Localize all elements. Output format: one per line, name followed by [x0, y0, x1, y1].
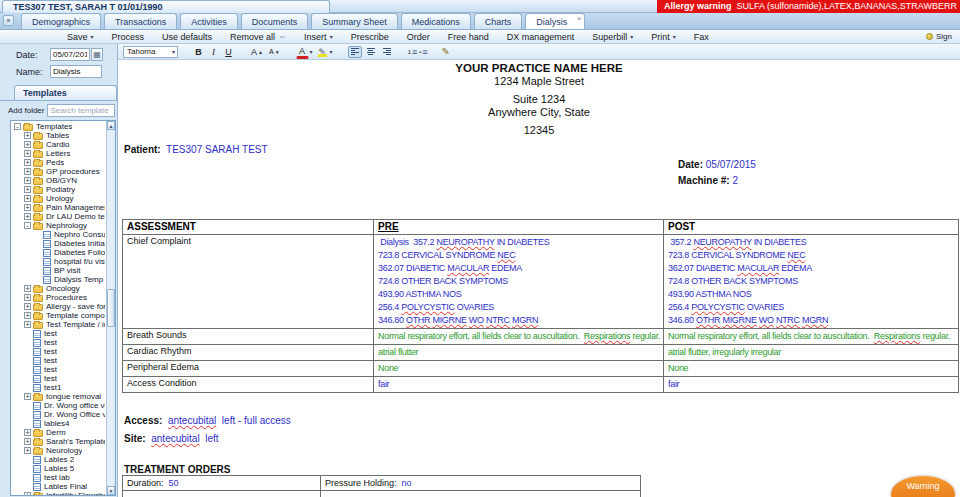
tree-item-letters[interactable]: +Letters	[11, 149, 105, 158]
expand-icon[interactable]: +	[24, 492, 31, 496]
expand-icon[interactable]: +	[24, 195, 31, 202]
document-page[interactable]: YOUR PRACTICE NAME HERE 1234 Maple Stree…	[118, 60, 960, 497]
patient-title-tab[interactable]: TES307 TEST, SARAH T 01/01/1990	[2, 0, 330, 13]
toolbar-order-button[interactable]: Order	[398, 32, 439, 42]
tree-item-allergy-save-for-later[interactable]: +Allergy - save for later	[11, 302, 105, 311]
search-template-input[interactable]	[47, 104, 115, 117]
italic-button[interactable]: I	[207, 45, 220, 58]
toolbar-use-defaults-button[interactable]: Use defaults	[153, 32, 221, 42]
tree-item-dr-wong-office-visit[interactable]: Dr. Wong Office visit	[11, 410, 105, 419]
tree-item-bp-visit[interactable]: BP visit	[11, 266, 105, 275]
tree-item-oncology[interactable]: +Oncology	[11, 284, 105, 293]
tree-item-test-lab[interactable]: test lab	[11, 473, 105, 482]
expand-icon[interactable]: +	[24, 141, 31, 148]
font-color-button[interactable]: A	[296, 45, 309, 59]
tree-item-dr-wong-office-visit[interactable]: Dr. Wong office visit	[11, 401, 105, 410]
duration-value[interactable]: 50	[169, 478, 179, 488]
tab-medications[interactable]: Medications	[401, 13, 471, 29]
expand-icon[interactable]: +	[24, 321, 31, 328]
expand-icon[interactable]: +	[24, 285, 31, 292]
post-value-breath-sounds[interactable]: Normal respiratory effort, all fields cl…	[664, 329, 959, 345]
post-value-access-condition[interactable]: fair	[664, 377, 959, 393]
align-left-button[interactable]	[348, 46, 362, 58]
post-value-cardiac-rhythm[interactable]: atrial flutter, irregularly irregular	[664, 345, 959, 361]
bold-button[interactable]: B	[192, 45, 205, 58]
templates-tab[interactable]: Templates	[14, 85, 117, 100]
font-color-caret-icon[interactable]: ▾	[310, 48, 313, 55]
calendar-icon[interactable]: ▦	[91, 48, 103, 61]
tree-item-infertility-flowsheets[interactable]: +Infertility Flowsheets	[11, 491, 105, 496]
tree-item-ob-gyn[interactable]: +OB/GYN	[11, 176, 105, 185]
expand-icon[interactable]: +	[24, 393, 31, 400]
toolbar-fax-button[interactable]: Fax	[685, 32, 718, 42]
tree-item-lables-final[interactable]: Lables Final	[11, 482, 105, 491]
underline-button[interactable]: U	[222, 45, 235, 58]
tree-item-nephrology[interactable]: -Nephrology	[11, 221, 105, 230]
align-right-button[interactable]	[380, 46, 394, 58]
tab-charts[interactable]: Charts	[474, 13, 523, 29]
tree-item-test1[interactable]: test1	[11, 383, 105, 392]
toolbar-remove-all-button[interactable]: Remove all⇔	[221, 32, 295, 42]
tree-item-diabetes-followup[interactable]: Diabetes Followup	[11, 248, 105, 257]
toolbar-superbill-button[interactable]: Superbill▾	[583, 32, 642, 42]
expand-icon[interactable]: +	[24, 159, 31, 166]
tab-transactions[interactable]: Transactions	[104, 13, 177, 29]
tree-item-sarah-s-templates[interactable]: +Sarah's Templates	[11, 437, 105, 446]
toolbar-save-button[interactable]: Save▾	[58, 32, 103, 42]
toolbar-dx-management-button[interactable]: DX management	[498, 32, 584, 42]
expand-icon[interactable]: +	[24, 429, 31, 436]
tree-item-test[interactable]: test	[11, 329, 105, 338]
toolbar-insert-button[interactable]: Insert▾	[295, 32, 342, 42]
collapse-icon[interactable]: -	[24, 222, 31, 229]
tree-item-cardio[interactable]: +Cardio	[11, 140, 105, 149]
tree-item-gp-procedures[interactable]: +GP procedures	[11, 167, 105, 176]
site-value[interactable]: antecubital left	[148, 433, 218, 444]
tree-item-pain-management[interactable]: +Pain Management	[11, 203, 105, 212]
highlight-button[interactable]: ✎	[316, 45, 329, 58]
scroll-down-icon[interactable]: ▼	[107, 486, 115, 495]
tree-item-tables[interactable]: +Tables	[11, 131, 105, 140]
expand-icon[interactable]: +	[24, 168, 31, 175]
align-center-button[interactable]	[364, 46, 378, 58]
tree-item-test[interactable]: test	[11, 347, 105, 356]
tree-item-test[interactable]: test	[11, 338, 105, 347]
tree-scrollbar[interactable]: ▲ ▼	[106, 121, 115, 495]
tree-item-test-template-incomplete[interactable]: +Test Template / incomplete	[11, 320, 105, 329]
expand-icon[interactable]: +	[24, 438, 31, 445]
tab-documents[interactable]: Documents	[241, 13, 309, 29]
expand-icon[interactable]: +	[24, 150, 31, 157]
pre-value-breath-sounds[interactable]: Normal respiratory effort, all fields cl…	[374, 329, 664, 345]
shrink-font-button[interactable]: A▼	[267, 45, 282, 58]
tree-item-lables-5[interactable]: Lables 5	[11, 464, 105, 473]
pre-value-access-condition[interactable]: fair	[374, 377, 664, 393]
tree-item-lables4[interactable]: lables4	[11, 419, 105, 428]
add-folder-button[interactable]: Add folder	[8, 106, 44, 115]
tree-item-urology[interactable]: +Urology	[11, 194, 105, 203]
expand-icon[interactable]: +	[24, 186, 31, 193]
pre-value-peripheral-edema[interactable]: None	[374, 361, 664, 377]
doc-date-value[interactable]: 05/07/2015	[706, 159, 756, 170]
post-value-chief-complaint[interactable]: 357.2 NEUROPATHY IN DIABETES723.8 CERVIC…	[664, 235, 959, 329]
date-input[interactable]	[50, 48, 90, 61]
tree-item-templates[interactable]: -Templates	[11, 122, 105, 131]
bullet-list-button[interactable]: ≡	[419, 47, 427, 57]
edit-template-icon[interactable]: ✎	[442, 46, 450, 57]
pre-value-cardiac-rhythm[interactable]: atrial flutter	[374, 345, 664, 361]
font-family-select[interactable]: Tahoma ▾	[123, 46, 178, 58]
tree-item-procedures[interactable]: +Procedures	[11, 293, 105, 302]
tree-item-peds[interactable]: +Peds	[11, 158, 105, 167]
tree-item-derm[interactable]: +Derm	[11, 428, 105, 437]
sign-button[interactable]: Sign	[926, 32, 960, 41]
expand-icon[interactable]: +	[24, 312, 31, 319]
tab-demographics[interactable]: Demographics	[21, 13, 101, 29]
expand-icon[interactable]: +	[24, 132, 31, 139]
highlight-caret-icon[interactable]: ▾	[330, 48, 333, 55]
tree-item-test[interactable]: test	[11, 374, 105, 383]
expand-icon[interactable]: +	[24, 447, 31, 454]
collapse-icon[interactable]: -	[14, 123, 21, 130]
tree-item-podiatry[interactable]: +Podiatry	[11, 185, 105, 194]
tree-item-tongue-removal[interactable]: +tongue removal	[11, 392, 105, 401]
pressure-holding-value[interactable]: no	[402, 478, 412, 488]
tab-close-icon[interactable]: ×	[577, 14, 582, 23]
tab-activities[interactable]: Activities	[180, 13, 238, 29]
